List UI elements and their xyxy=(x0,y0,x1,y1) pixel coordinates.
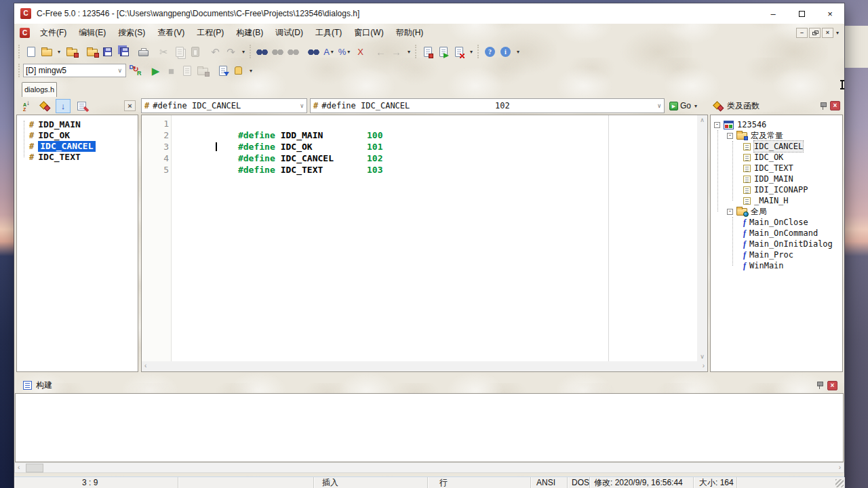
tree-item-macro[interactable]: _MAIN_H xyxy=(711,195,842,206)
tree-item-macro[interactable]: IDC_OK xyxy=(711,152,842,163)
toolbar-gripper[interactable] xyxy=(18,45,20,58)
members-option-button[interactable] xyxy=(74,99,89,113)
scroll-left-icon[interactable]: ‹ xyxy=(144,362,146,369)
go-button[interactable]: ▶ Go ▾ xyxy=(667,98,701,113)
goto-button[interactable]: %▾ xyxy=(337,44,353,59)
rebuild-button[interactable] xyxy=(195,63,210,78)
minimize-button[interactable]: – xyxy=(759,3,787,24)
symbol-item[interactable]: # IDD_MAIN xyxy=(17,119,138,130)
toolbar-gripper[interactable] xyxy=(18,64,20,77)
collapse-icon[interactable]: - xyxy=(714,122,720,128)
symbol-item-selected[interactable]: # IDC_CANCEL xyxy=(17,141,138,152)
scroll-right-icon[interactable]: › xyxy=(703,362,705,369)
navigate-back-button[interactable]: ← xyxy=(373,44,389,59)
mdi-minimize-button[interactable]: – xyxy=(796,28,808,38)
cut-button[interactable]: ✂ xyxy=(156,44,172,59)
maximize-button[interactable] xyxy=(787,3,816,24)
undo-button[interactable]: ↶ xyxy=(208,44,223,59)
open-file-dropdown[interactable]: ▾ xyxy=(54,44,64,59)
build-button[interactable] xyxy=(215,63,231,78)
build-output-area[interactable] xyxy=(15,393,844,462)
paste-button[interactable] xyxy=(187,44,203,59)
menu-item-tools[interactable]: 工具(T) xyxy=(309,24,348,41)
build-config-combo[interactable]: [D] mingw5 ∨ xyxy=(23,64,126,77)
scroll-right-icon[interactable]: › xyxy=(839,464,841,471)
tree-item-function[interactable]: f WinMain xyxy=(711,260,842,271)
mdi-restore-button[interactable] xyxy=(809,28,821,38)
tree-item-function[interactable]: f Main_Proc xyxy=(711,249,842,260)
run-button[interactable]: ▶ xyxy=(148,63,163,78)
scrollbar-thumb[interactable] xyxy=(26,464,43,472)
clear-marks-button[interactable]: X xyxy=(353,44,368,59)
close-build-panel-button[interactable]: × xyxy=(827,381,837,390)
menu-item-search[interactable]: 搜索(S) xyxy=(112,24,151,41)
symbol-item[interactable]: # IDC_OK xyxy=(17,130,138,141)
build-dropdown[interactable]: ▾ xyxy=(246,63,256,78)
symbol-nav-combo[interactable]: # #define IDC_CANCEL ∨ xyxy=(141,98,307,113)
pin-icon[interactable] xyxy=(820,102,827,110)
menu-item-edit[interactable]: 编辑(E) xyxy=(73,24,112,41)
go-dropdown-icon[interactable]: ▾ xyxy=(693,103,698,109)
tab-dialogs-h[interactable]: dialogs.h xyxy=(22,82,57,97)
tree-item-macro[interactable]: IDI_ICONAPP xyxy=(711,184,842,195)
tree-item-function[interactable]: f Main_OnInitDialog xyxy=(711,239,842,249)
scroll-left-icon[interactable]: ‹ xyxy=(18,464,20,471)
collapse-icon[interactable]: - xyxy=(727,133,733,139)
scroll-down-icon[interactable]: ∨ xyxy=(697,353,707,360)
tree-item-function[interactable]: f Main_OnClose xyxy=(711,217,842,228)
toggle-breakpoint-button[interactable] xyxy=(420,44,435,59)
pause-build-button[interactable] xyxy=(231,63,246,78)
close-classes-panel-button[interactable]: × xyxy=(830,101,840,110)
open-file-button[interactable] xyxy=(39,44,54,59)
tree-group-global[interactable]: - 全局 xyxy=(711,206,842,217)
editor-horizontal-scrollbar[interactable]: ‹ › xyxy=(142,361,707,371)
tree-item-macro[interactable]: IDC_TEXT xyxy=(711,163,842,174)
toolbar-gripper[interactable] xyxy=(477,45,479,58)
close-symbols-panel-button[interactable]: × xyxy=(124,100,136,111)
copy-button[interactable] xyxy=(172,44,187,59)
find-next-button[interactable] xyxy=(270,44,285,59)
menu-item-file[interactable]: 文件(F) xyxy=(34,24,73,41)
help-dropdown[interactable]: ▾ xyxy=(513,44,523,59)
toolbar-overflow-icon[interactable]: ▾ xyxy=(835,30,840,36)
toolbar-gripper[interactable] xyxy=(415,45,417,58)
find-in-files-button[interactable] xyxy=(306,44,321,59)
compile-button[interactable] xyxy=(179,63,195,78)
close-button[interactable]: × xyxy=(816,3,844,24)
menu-item-window[interactable]: 窗口(W) xyxy=(348,24,389,41)
menu-item-help[interactable]: 帮助(H) xyxy=(390,24,430,41)
menu-item-project[interactable]: 工程(P) xyxy=(191,24,230,41)
code-editor[interactable]: 1#defineIDD_MAIN100 2#defineIDC_OK101 3#… xyxy=(141,115,708,372)
build-horizontal-scrollbar[interactable]: ‹ › xyxy=(14,462,844,473)
sort-by-sequence-button[interactable]: ↓ xyxy=(56,99,71,113)
tree-item-function[interactable]: f Main_OnCommand xyxy=(711,228,842,239)
collapse-icon[interactable]: - xyxy=(727,209,733,215)
editor-vertical-scrollbar[interactable]: ∧ ∨ xyxy=(697,115,707,361)
print-button[interactable] xyxy=(136,44,151,59)
help-button[interactable]: ? xyxy=(482,44,498,59)
navigate-forward-button[interactable]: → xyxy=(389,44,404,59)
scroll-up-icon[interactable]: ∧ xyxy=(697,117,707,123)
debug-release-toggle[interactable]: D ↻ R xyxy=(127,63,143,78)
about-button[interactable]: i xyxy=(498,44,513,59)
save-all-button[interactable] xyxy=(115,44,131,59)
find-previous-button[interactable] xyxy=(285,44,301,59)
save-button[interactable] xyxy=(100,44,115,59)
pin-icon[interactable] xyxy=(816,381,823,390)
tree-item-project[interactable]: - 123546 xyxy=(711,119,842,130)
open-project-button[interactable] xyxy=(84,44,100,59)
tree-item-macro[interactable]: IDD_MAIN xyxy=(711,174,842,184)
find-button[interactable] xyxy=(254,44,270,59)
undo-dropdown[interactable]: ▾ xyxy=(239,44,248,59)
new-file-button[interactable] xyxy=(23,44,39,59)
navigate-dropdown[interactable]: ▾ xyxy=(404,44,414,59)
replace-button[interactable]: A▾ xyxy=(321,44,337,59)
menu-item-view[interactable]: 查看(V) xyxy=(151,24,191,41)
run-to-cursor-button[interactable] xyxy=(435,44,451,59)
redo-button[interactable]: ↷ xyxy=(223,44,239,59)
breakpoint-dropdown[interactable]: ▾ xyxy=(467,44,476,59)
menu-item-debug[interactable]: 调试(D) xyxy=(269,24,309,41)
symbol-item[interactable]: # IDC_TEXT xyxy=(17,152,138,163)
reopen-file-button[interactable] xyxy=(64,44,79,59)
stop-button[interactable]: ■ xyxy=(163,63,179,78)
